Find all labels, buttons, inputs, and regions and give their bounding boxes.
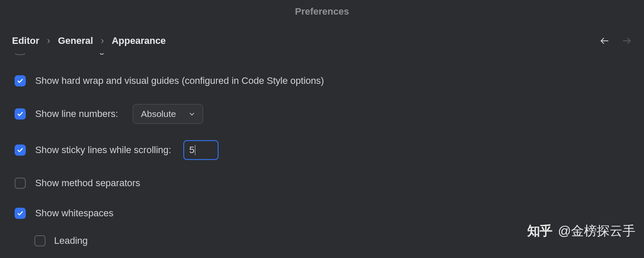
label-hard-wrap: Show hard wrap and visual guides (config…: [35, 75, 324, 86]
breadcrumb: Editor › General › Appearance: [12, 35, 166, 46]
nav-arrows: [599, 36, 632, 46]
checkbox-hard-wrap[interactable]: [15, 75, 26, 86]
label-ws-leading: Leading: [54, 235, 88, 246]
option-whitespaces: Show whitespaces: [15, 206, 629, 220]
chevron-down-icon: [189, 109, 195, 119]
clipped-option-row: Use full line height caret: [15, 53, 136, 55]
breadcrumb-editor[interactable]: Editor: [12, 35, 39, 46]
checkbox-whitespaces[interactable]: [15, 208, 26, 219]
breadcrumb-appearance[interactable]: Appearance: [112, 35, 166, 46]
option-method-separators: Show method separators: [15, 176, 629, 190]
nav-forward-icon[interactable]: [622, 36, 632, 46]
checkbox-ws-leading[interactable]: [34, 235, 46, 246]
input-sticky-lines-count[interactable]: 5: [183, 140, 219, 160]
checkbox-sticky-lines[interactable]: [15, 144, 26, 156]
breadcrumb-row: Editor › General › Appearance: [12, 35, 632, 46]
watermark: 知乎 @金榜探云手: [527, 222, 635, 240]
text-caret-icon: [195, 145, 195, 155]
clipped-option-label: Use full line height caret: [35, 53, 136, 55]
checkbox-clipped[interactable]: [15, 53, 26, 55]
scroll-clip-region: Use full line height caret: [0, 53, 644, 62]
option-line-numbers: Show line numbers: Absolute: [15, 104, 629, 124]
checkbox-line-numbers[interactable]: [15, 108, 26, 120]
label-line-numbers: Show line numbers:: [35, 108, 118, 120]
nav-back-icon[interactable]: [599, 36, 610, 46]
window-title: Preferences: [0, 6, 644, 17]
option-sticky-lines: Show sticky lines while scrolling: 5: [15, 140, 629, 160]
label-sticky-lines: Show sticky lines while scrolling:: [35, 144, 171, 156]
input-sticky-lines-value: 5: [189, 144, 194, 156]
select-line-numbers-value: Absolute: [141, 109, 176, 119]
label-whitespaces: Show whitespaces: [35, 208, 113, 219]
watermark-text: @金榜探云手: [558, 222, 635, 240]
breadcrumb-sep-icon: ›: [47, 35, 50, 46]
label-method-separators: Show method separators: [35, 178, 140, 189]
breadcrumb-sep-icon: ›: [101, 35, 104, 46]
select-line-numbers-mode[interactable]: Absolute: [133, 104, 203, 124]
checkbox-method-separators[interactable]: [15, 178, 26, 189]
zhihu-logo-icon: 知乎: [527, 222, 552, 240]
breadcrumb-general[interactable]: General: [58, 35, 93, 46]
option-hard-wrap: Show hard wrap and visual guides (config…: [15, 74, 629, 88]
